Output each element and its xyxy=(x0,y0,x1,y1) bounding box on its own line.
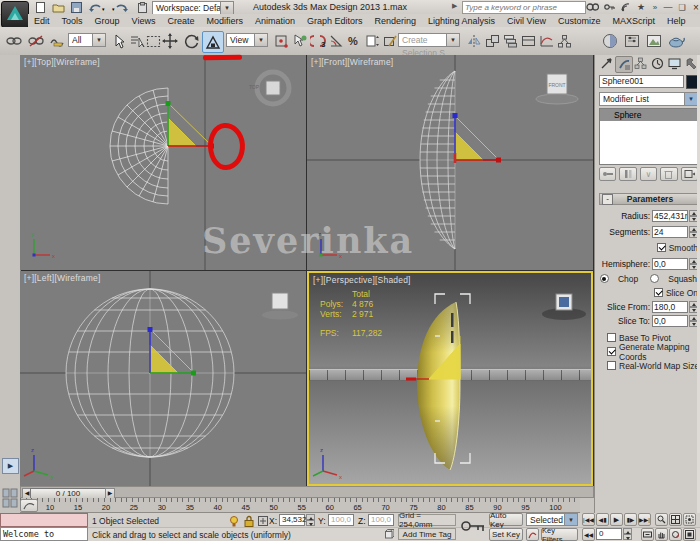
maximize-viewport-toggle-icon[interactable] xyxy=(683,528,696,541)
spinner-snap-icon[interactable] xyxy=(362,31,382,51)
play-button[interactable]: ▶ xyxy=(610,513,623,526)
select-and-manipulate-icon[interactable] xyxy=(290,31,310,51)
chevron-down-icon[interactable]: ▼ xyxy=(92,34,105,46)
tab-motion[interactable] xyxy=(649,56,665,71)
tab-hierarchy[interactable] xyxy=(632,56,648,71)
menu-item[interactable]: MAXScript xyxy=(606,16,661,26)
render-setup-icon[interactable] xyxy=(622,31,642,51)
absolute-offset-toggle-icon[interactable] xyxy=(257,515,269,527)
orbit-icon[interactable] xyxy=(669,528,682,541)
key-mode-toggle-button[interactable]: ◀◀ xyxy=(582,528,595,541)
viewport-front-label[interactable]: [+][Front][Wireframe] xyxy=(311,57,393,67)
generate-mapping-checkbox[interactable] xyxy=(607,347,616,356)
slice-to-field[interactable]: 0,0 xyxy=(652,315,688,327)
zoom-icon[interactable] xyxy=(655,513,668,526)
selection-filter-dropdown[interactable]: All▼ xyxy=(68,33,106,47)
menu-item[interactable]: Tools xyxy=(56,16,89,26)
menu-item[interactable]: Help xyxy=(661,16,692,26)
material-editor-icon[interactable] xyxy=(600,31,620,51)
modifier-list-dropdown[interactable]: Modifier List▼ xyxy=(599,92,698,106)
render-production-icon[interactable] xyxy=(666,31,686,51)
remove-modifier-icon[interactable] xyxy=(660,167,677,181)
chevron-down-icon[interactable]: ▼ xyxy=(564,514,577,525)
search-input[interactable] xyxy=(462,1,586,14)
viewport-front[interactable]: [+][Front][Wireframe] FRONT x z xyxy=(307,55,593,270)
set-key-button[interactable]: Set Key xyxy=(489,528,523,541)
reference-coordinate-dropdown[interactable]: View▼ xyxy=(226,33,268,47)
menu-item[interactable]: Graph Editors xyxy=(301,16,369,26)
angle-snap-icon[interactable] xyxy=(326,31,346,51)
chevron-down-icon[interactable]: ▼ xyxy=(254,34,267,46)
open-mini-curve-editor-icon[interactable] xyxy=(20,499,38,512)
selection-lock-icon[interactable] xyxy=(243,515,255,527)
menu-item[interactable]: Views xyxy=(126,16,162,26)
unlink-selection-icon[interactable] xyxy=(26,31,46,51)
base-to-pivot-checkbox[interactable] xyxy=(607,333,616,342)
open-file-icon[interactable] xyxy=(50,1,66,13)
radius-field[interactable]: 452,431m xyxy=(652,210,688,222)
chevron-down-icon[interactable]: ▼ xyxy=(684,93,697,105)
select-and-scale-icon[interactable] xyxy=(202,31,224,53)
go-to-start-button[interactable]: |◀◀ xyxy=(582,513,595,526)
menu-item[interactable]: Group xyxy=(89,16,126,26)
tab-modify[interactable] xyxy=(615,56,633,73)
flyout-arrow-icon[interactable]: ▶ xyxy=(452,2,457,10)
frame-spinner[interactable] xyxy=(623,528,632,540)
save-icon[interactable] xyxy=(68,1,84,13)
time-slider-track[interactable]: ◀ 0 / 100 ▶ xyxy=(20,486,594,498)
viewcube-top-face-label[interactable]: TOP xyxy=(246,79,262,95)
menu-item[interactable]: Civil View xyxy=(501,16,552,26)
close-button[interactable]: × xyxy=(688,1,700,13)
add-time-tag[interactable]: Add Time Tag xyxy=(398,528,456,540)
make-unique-icon[interactable]: ∨ xyxy=(640,167,657,181)
default-tangent-icon[interactable] xyxy=(526,528,539,541)
y-coordinate-field[interactable]: 100,0 xyxy=(328,514,354,526)
key-mode-dropdown[interactable]: Selected▼ xyxy=(526,513,578,526)
tab-create[interactable] xyxy=(598,56,614,71)
viewport-left[interactable]: [+][Left][Wireframe] z y xyxy=(20,271,306,486)
slice-on-checkbox[interactable] xyxy=(654,288,663,297)
x-coordinate-field[interactable]: 34,532 xyxy=(279,514,305,526)
subscription-key-icon[interactable] xyxy=(601,1,617,13)
project-folder-icon[interactable] xyxy=(134,1,150,13)
pan-hand-icon[interactable] xyxy=(655,528,668,541)
go-to-end-button[interactable]: ▶▶| xyxy=(638,513,651,526)
select-and-move-icon[interactable] xyxy=(160,31,180,51)
viewport-perspective-label[interactable]: [+][Perspective][Shaded] xyxy=(313,275,411,285)
curve-editor-icon[interactable] xyxy=(536,31,556,51)
named-selection-set-dropdown[interactable]: Create Selection S▼ xyxy=(398,33,460,47)
snaps-toggle-3d-icon[interactable]: 3 xyxy=(308,31,328,51)
show-end-result-icon[interactable] xyxy=(619,167,636,181)
previous-frame-button[interactable]: ◀▮ xyxy=(596,513,609,526)
zoom-all-icon[interactable] xyxy=(669,513,682,526)
graphite-ribbon-toggle-icon[interactable] xyxy=(518,31,538,51)
expand-toolbar-arrow[interactable]: ▶ xyxy=(2,458,19,474)
workspace-selector[interactable]: Workspace: Default▼ xyxy=(152,1,234,15)
configure-modifier-sets-icon[interactable] xyxy=(681,167,698,181)
schematic-view-icon[interactable] xyxy=(554,31,574,51)
current-frame-field[interactable]: 0 xyxy=(596,528,622,540)
chevron-down-icon[interactable]: ▼ xyxy=(446,34,459,46)
time-tag-cube-icon[interactable] xyxy=(384,529,394,539)
search-icon[interactable] xyxy=(584,1,600,13)
hemisphere-field[interactable]: 0,0 xyxy=(652,258,688,270)
auto-key-button[interactable]: Auto Key xyxy=(489,513,523,526)
menu-item[interactable]: Customize xyxy=(552,16,607,26)
select-object-icon[interactable] xyxy=(109,31,129,51)
viewport-top-label[interactable]: [+][Top][Wireframe] xyxy=(24,57,100,67)
viewport-layout-tabs[interactable] xyxy=(0,486,20,513)
modifier-stack-item-sphere[interactable]: Sphere xyxy=(600,109,697,121)
undo-icon[interactable]: ▾ xyxy=(86,1,108,13)
isolate-selection-icon[interactable] xyxy=(228,515,240,527)
viewport-top[interactable]: [+][Top][Wireframe] x y xyxy=(20,55,306,270)
real-world-checkbox[interactable] xyxy=(607,361,616,370)
menu-item[interactable]: Edit xyxy=(28,16,56,26)
key-filters-button[interactable]: Key Filters... xyxy=(541,528,578,541)
application-button[interactable] xyxy=(1,1,29,28)
collapse-icon[interactable]: - xyxy=(602,194,613,205)
smooth-checkbox[interactable] xyxy=(657,243,666,252)
new-file-icon[interactable] xyxy=(32,1,48,13)
align-icon[interactable] xyxy=(482,31,502,51)
z-coordinate-field[interactable]: 100,0 xyxy=(368,514,394,526)
select-and-link-icon[interactable] xyxy=(4,31,24,51)
